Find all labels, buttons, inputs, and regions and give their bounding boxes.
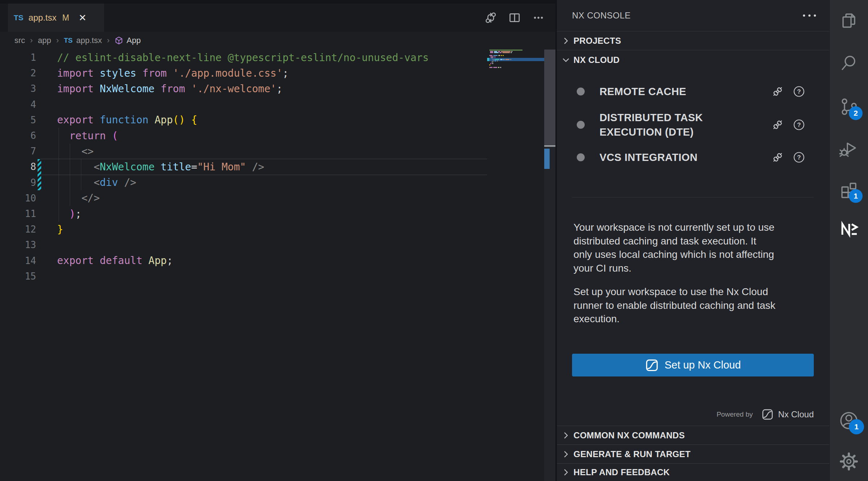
chevron-right-icon [561,450,571,459]
minimap-line [493,60,498,61]
code-line[interactable]: 7 <> [0,143,555,159]
minimap-line [490,52,512,53]
source-control-badge: 2 [849,106,863,120]
code-line[interactable]: 15 [0,268,555,284]
code-line[interactable]: 6 return ( [0,128,555,144]
code-line[interactable]: 2import styles from './app.module.css'; [0,65,555,81]
nx-console-panel: NX CONSOLE PROJECTS NX CLOUD REMOTE CACH… [557,0,829,481]
code-line[interactable]: 3import NxWelcome from './nx-welcome'; [0,81,555,97]
line-number: 4 [0,99,36,110]
line-number: 13 [0,239,36,250]
vscode-window: TS app.tsx M ✕ [0,0,868,481]
minimap-line [490,51,512,52]
account-icon[interactable]: 1 [839,410,859,431]
overview-ruler-cursor-marker [544,145,555,147]
minimap-line [493,59,511,60]
code-line[interactable]: 9 <div /> [0,175,555,191]
chevron-down-icon [561,55,571,65]
section-generate-run-target[interactable]: GENERATE & RUN TARGET [557,444,829,463]
nx-cloud-item-label: DISTRIBUTED TASKEXECUTION (DTE) [600,110,703,139]
section-projects[interactable]: PROJECTS [557,31,829,50]
code-text: export function App() { [36,114,197,126]
line-number: 14 [0,255,36,266]
code-text: <NxWelcome title="Hi Mom" /> [36,161,264,173]
help-icon[interactable]: ? [793,151,805,163]
code-line[interactable]: 12} [0,221,555,237]
run-and-debug-icon[interactable] [839,138,859,158]
extensions-icon[interactable]: 1 [839,180,859,200]
section-help-and-feedback[interactable]: HELP AND FEEDBACK [557,463,829,481]
code-text: </> [36,192,100,204]
svg-text:?: ? [797,88,801,95]
line-number: 9 [0,177,36,188]
code-line[interactable]: 1// eslint-disable-next-line @typescript… [0,50,555,65]
nx-cloud-item-label: REMOTE CACHE [600,84,686,99]
code-line[interactable]: 10 </> [0,190,555,206]
minimap-line [491,58,493,59]
nx-cloud-brand-label: Nx Cloud [778,409,814,420]
editor-scrollbar-thumb[interactable] [544,50,555,145]
settings-gear-icon[interactable] [839,451,859,472]
account-badge: 1 [849,419,864,434]
section-label: GENERATE & RUN TARGET [573,449,691,459]
search-icon[interactable] [839,53,859,73]
code-text: } [36,224,63,235]
connect-plug-icon[interactable] [772,151,784,163]
setup-nx-cloud-button[interactable]: Set up Nx Cloud [572,354,814,376]
code-text: return ( [36,130,118,142]
nx-console-icon[interactable] [839,219,859,239]
divider [557,50,829,50]
minimap-modified-marker [487,58,489,61]
minimap-line [490,56,495,58]
line-number: 5 [0,115,36,125]
status-dot-icon [577,121,585,129]
chevron-right-icon [561,36,571,46]
line-number: 3 [0,83,36,94]
line-number: 6 [0,130,36,141]
minimap-line [489,55,504,56]
code-line[interactable]: 14export default App; [0,253,555,269]
code-line[interactable]: 4 [0,97,555,112]
powered-by-label: Powered by [717,410,753,418]
line-number: 10 [0,193,36,204]
chevron-right-icon [561,468,571,477]
explorer-icon[interactable] [839,11,859,31]
section-nx-cloud[interactable]: NX CLOUD [557,51,829,69]
code-line[interactable]: 13 [0,237,555,253]
code-line[interactable]: 5export function App() { [0,112,555,128]
help-icon[interactable]: ? [793,119,805,131]
activity-bar: 2 1 [829,0,868,481]
source-control-icon[interactable]: 2 [839,97,859,117]
section-label: COMMON NX COMMANDS [573,430,685,440]
extensions-badge: 1 [849,189,863,203]
code-line[interactable]: 8 <NxWelcome title="Hi Mom" /> [0,159,555,175]
section-label: HELP AND FEEDBACK [573,467,670,477]
code-editor[interactable]: 1// eslint-disable-next-line @typescript… [0,0,555,481]
status-dot-icon [577,153,585,161]
line-number: 12 [0,224,36,235]
powered-by-row: Powered by Nx Cloud [717,406,814,422]
line-number: 2 [0,68,36,78]
editor-group: TS app.tsx M ✕ [0,0,555,481]
minimap[interactable] [487,47,544,76]
minimap-line [489,50,523,51]
code-text: <div /> [36,176,136,188]
code-text: ); [36,208,81,220]
line-number: 15 [0,271,36,282]
connect-plug-icon[interactable] [772,85,784,98]
nx-cloud-item: DISTRIBUTED TASKEXECUTION (DTE)? [557,110,829,139]
panel-more-actions-icon[interactable] [801,10,818,21]
help-icon[interactable]: ? [793,85,805,98]
connect-plug-icon[interactable] [772,119,784,131]
minimap-line [489,67,501,68]
nx-cloud-description: Set up your workspace to use the Nx Clou… [573,285,823,326]
line-number: 11 [0,208,36,219]
line-number: 1 [0,52,36,63]
code-text: export default App; [36,255,173,267]
section-label: NX CLOUD [573,55,620,65]
chevron-right-icon [561,431,571,440]
nx-cloud-item: VCS INTEGRATION? [557,148,829,167]
code-line[interactable]: 11 ); [0,206,555,222]
minimap-line [490,63,493,64]
section-common-nx-commands[interactable]: COMMON NX COMMANDS [557,426,829,444]
